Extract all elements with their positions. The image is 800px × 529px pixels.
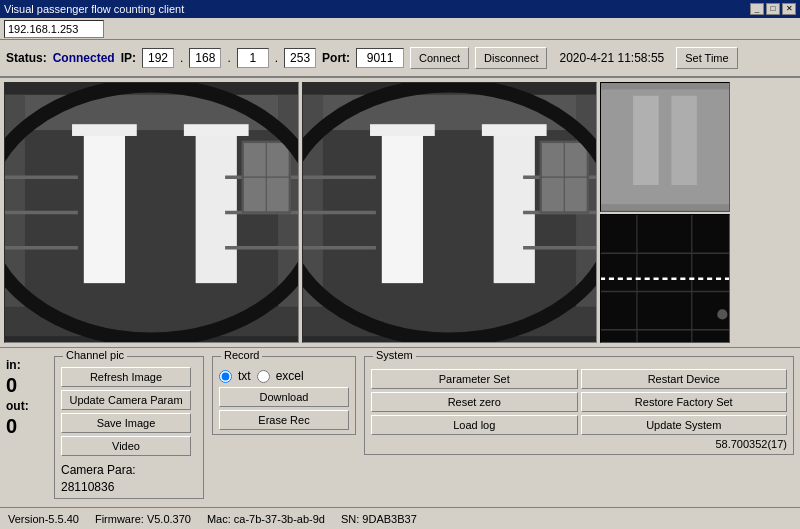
status-value: Connected: [53, 51, 115, 65]
update-camera-param-button[interactable]: Update Camera Param: [61, 390, 191, 410]
ip-part-2[interactable]: [189, 48, 221, 68]
camera-feed-2: [302, 82, 597, 343]
datetime-display: 2020-4-21 11:58:55: [559, 51, 664, 65]
svg-rect-7: [72, 124, 137, 136]
channel-pic-group: Channel pic Refresh Image Update Camera …: [54, 356, 204, 499]
svg-rect-8: [196, 130, 237, 283]
out-value: 0: [6, 415, 46, 438]
window-controls: _ □ ✕: [750, 3, 796, 15]
in-out-section: in: 0 out: 0: [6, 352, 46, 438]
update-system-button[interactable]: Update System: [581, 415, 788, 435]
camera-thumb-bottom: [600, 214, 730, 344]
address-input[interactable]: [4, 20, 104, 38]
footer-bar: Version-5.5.40 Firmware: V5.0.370 Mac: c…: [0, 507, 800, 529]
radio-txt-label: txt: [238, 369, 251, 383]
port-label: Port:: [322, 51, 350, 65]
radio-row: txt excel: [219, 361, 349, 383]
svg-rect-26: [382, 130, 423, 283]
in-label: in:: [6, 358, 46, 372]
system-title: System: [373, 349, 416, 361]
bottom-panel: in: 0 out: 0 Channel pic Refresh Image U…: [0, 347, 800, 507]
svg-rect-41: [601, 89, 729, 204]
record-group: Record txt excel Download Erase Rec: [212, 356, 356, 435]
radio-excel-label: excel: [276, 369, 304, 383]
restart-device-button[interactable]: Restart Device: [581, 369, 788, 389]
camera-para-label: Camera Para:: [61, 463, 136, 477]
radio-excel[interactable]: [257, 370, 270, 383]
restore-factory-button[interactable]: Restore Factory Set: [581, 392, 788, 412]
footer-mac: Mac: ca-7b-37-3b-ab-9d: [207, 513, 325, 525]
channel-buttons: Refresh Image Update Camera Param Save I…: [61, 361, 197, 494]
reset-zero-button[interactable]: Reset zero: [371, 392, 578, 412]
set-time-button[interactable]: Set Time: [676, 47, 737, 69]
ip-part-3[interactable]: [237, 48, 269, 68]
camera-para-value: 28110836: [61, 480, 114, 494]
channel-pic-title: Channel pic: [63, 349, 127, 361]
system-group: System Parameter Set Restart Device Rese…: [364, 356, 794, 455]
footer-firmware: Firmware: V5.0.370: [95, 513, 191, 525]
system-version-value: 58.700352(17): [715, 438, 787, 450]
record-title: Record: [221, 349, 262, 361]
camera-thumbnails: [600, 82, 730, 343]
svg-rect-28: [494, 130, 535, 283]
svg-rect-6: [84, 130, 125, 283]
close-button[interactable]: ✕: [782, 3, 796, 15]
footer-sn: SN: 9DAB3B37: [341, 513, 417, 525]
connect-button[interactable]: Connect: [410, 47, 469, 69]
status-label: Status:: [6, 51, 47, 65]
radio-txt[interactable]: [219, 370, 232, 383]
download-button[interactable]: Download: [219, 387, 349, 407]
video-button[interactable]: Video: [61, 436, 191, 456]
svg-point-51: [717, 309, 727, 319]
minimize-button[interactable]: _: [750, 3, 764, 15]
maximize-button[interactable]: □: [766, 3, 780, 15]
save-image-button[interactable]: Save Image: [61, 413, 191, 433]
svg-rect-42: [633, 96, 659, 185]
disconnect-button[interactable]: Disconnect: [475, 47, 547, 69]
camera-feed-1: [4, 82, 299, 343]
refresh-image-button[interactable]: Refresh Image: [61, 367, 191, 387]
parameter-set-button[interactable]: Parameter Set: [371, 369, 578, 389]
erase-rec-button[interactable]: Erase Rec: [219, 410, 349, 430]
app-title: Visual passenger flow counting client: [4, 3, 184, 15]
ip-part-1[interactable]: [142, 48, 174, 68]
svg-rect-27: [370, 124, 435, 136]
ip-part-4[interactable]: [284, 48, 316, 68]
title-bar: Visual passenger flow counting client _ …: [0, 0, 800, 18]
load-log-button[interactable]: Load log: [371, 415, 578, 435]
out-label: out:: [6, 399, 46, 413]
camera-thumb-top: [600, 82, 730, 212]
svg-rect-9: [184, 124, 249, 136]
toolbar: Status: Connected IP: . . . Port: Connec…: [0, 40, 800, 78]
svg-rect-43: [671, 96, 697, 185]
footer-version: Version-5.5.40: [8, 513, 79, 525]
ip-label: IP:: [121, 51, 136, 65]
address-bar: [0, 18, 800, 40]
system-grid: Parameter Set Restart Device Reset zero …: [371, 361, 787, 435]
svg-rect-29: [482, 124, 547, 136]
in-value: 0: [6, 374, 46, 397]
port-input[interactable]: [356, 48, 404, 68]
